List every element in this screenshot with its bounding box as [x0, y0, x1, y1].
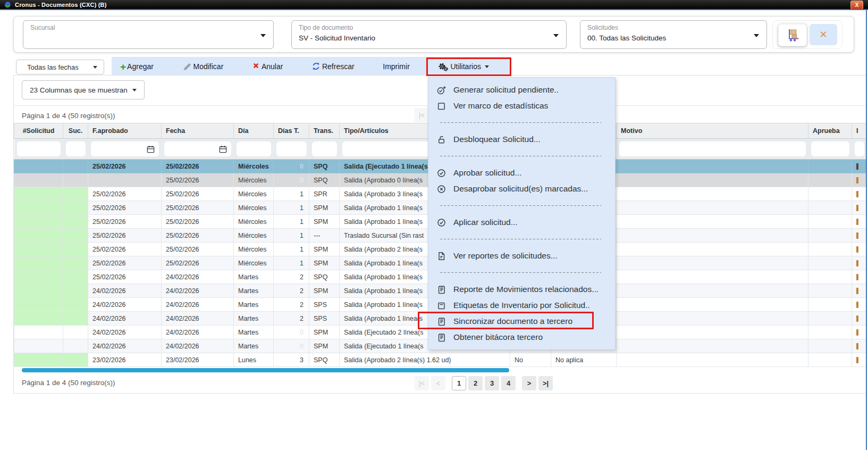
table-cell: 25/02/2026: [162, 201, 234, 215]
modificar-button[interactable]: Modificar: [182, 62, 224, 72]
table-cell: 1: [274, 215, 309, 229]
column-header[interactable]: Trans.: [309, 123, 340, 139]
page-button-[interactable]: >|: [538, 376, 553, 390]
columns-dropdown-button[interactable]: 23 Columnas que se muestran: [22, 80, 145, 99]
table-cell: 25/02/2026: [88, 187, 162, 201]
menu-divider: [428, 197, 615, 214]
menu-item[interactable]: Desaprobar solicitud(es) marcadas...: [428, 181, 615, 197]
x-mark-icon: [252, 62, 260, 72]
solicitudes-value: 00. Todas las Solicitudes: [587, 34, 666, 42]
column-header[interactable]: I: [852, 123, 866, 139]
toolbar-button-label: Refrescar: [322, 62, 355, 71]
menu-item[interactable]: Aplicar solicitud...: [428, 214, 615, 230]
table-cell: [852, 187, 866, 201]
table-cell: [808, 298, 852, 312]
menu-item[interactable]: Aprobar solicitud...: [428, 165, 615, 181]
column-filter-input[interactable]: [855, 141, 864, 156]
table-cell: [617, 201, 808, 215]
table-cell: [808, 173, 852, 187]
menu-item[interactable]: Reporte de Movimientos relacionados...: [428, 281, 615, 297]
column-header[interactable]: F.aprobado: [88, 123, 162, 139]
refresh-icon: [311, 62, 321, 72]
page-button-4[interactable]: 4: [501, 376, 516, 390]
chevron-down-icon: [93, 66, 97, 69]
refrescar-button[interactable]: Refrescar: [311, 62, 355, 72]
menu-item[interactable]: Ver reportes de solicitudes...: [428, 248, 615, 264]
page-button-3[interactable]: 3: [485, 376, 499, 390]
table-cell: Lunes: [234, 353, 274, 367]
hand-truck-button[interactable]: [778, 24, 807, 46]
clear-x-icon: ✕: [819, 29, 827, 40]
close-button[interactable]: X: [850, 1, 863, 10]
table-cell: [808, 353, 852, 367]
page-button-2[interactable]: 2: [468, 376, 483, 390]
table-cell: [14, 326, 63, 339]
column-header[interactable]: Suc.: [63, 123, 88, 139]
table-cell: 24/02/2026: [162, 298, 234, 312]
table-cell: [852, 326, 866, 339]
table-cell: 24/02/2026: [88, 284, 162, 298]
table-cell: [14, 187, 63, 201]
column-header[interactable]: Días T.: [274, 123, 309, 139]
table-cell: 25/02/2026: [88, 243, 162, 256]
table-cell: [63, 312, 88, 326]
date-filter-dropdown[interactable]: Todas las fechas: [16, 60, 104, 74]
column-header[interactable]: Motivo: [617, 123, 808, 139]
box-minus-icon: [436, 301, 446, 311]
page-button-1[interactable]: 1: [452, 376, 466, 390]
column-header[interactable]: Aprueba: [808, 123, 852, 139]
table-cell: SPM: [309, 243, 340, 256]
column-header[interactable]: #Solicitud: [14, 123, 63, 139]
page-button-[interactable]: <: [431, 376, 445, 390]
table-cell: [617, 229, 808, 243]
sucursal-dropdown[interactable]: Sucursal: [23, 20, 274, 49]
column-filter-input[interactable]: [66, 141, 86, 156]
column-filter-input[interactable]: [312, 141, 337, 156]
table-cell: 1: [274, 187, 309, 201]
table-cell: Martes: [234, 339, 274, 353]
tipo-documento-dropdown[interactable]: Tipo de documento SV - Solicitud Inventa…: [291, 20, 567, 49]
menu-item[interactable]: Obtener bitácora tercero: [428, 329, 615, 345]
table-cell: 1: [274, 229, 309, 243]
menu-item-label: Etiquetas de Inventario por Solicitud..: [453, 301, 590, 310]
column-filter-input[interactable]: [276, 141, 307, 156]
table-cell: [617, 160, 808, 173]
solicitudes-label: Solicitudes: [587, 24, 618, 31]
menu-divider: [428, 264, 615, 281]
table-cell: [617, 298, 808, 312]
column-filter-input[interactable]: [17, 141, 61, 156]
calendar-icon[interactable]: [218, 145, 227, 155]
column-header[interactable]: Día: [234, 123, 274, 139]
imprimir-button[interactable]: Imprimir: [383, 62, 410, 71]
filter-panel: Sucursal Tipo de documento SV - Solicitu…: [13, 16, 854, 53]
table-cell: 24/02/2026: [88, 339, 162, 353]
solicitudes-dropdown[interactable]: Solicitudes 00. Todas las Solicitudes: [580, 20, 767, 49]
agregar-button[interactable]: +Agregar: [120, 62, 154, 72]
menu-item[interactable]: Etiquetas de Inventario por Solicitud..: [428, 297, 615, 313]
column-filter-input[interactable]: [811, 141, 849, 156]
horizontal-scrollbar[interactable]: [22, 368, 509, 372]
action-button-group: ✕: [772, 20, 842, 49]
table-cell: [617, 256, 808, 270]
page-button-[interactable]: |<: [415, 376, 429, 390]
anular-button[interactable]: Anular: [252, 62, 283, 72]
menu-item[interactable]: Desbloquear Solicitud...: [428, 131, 615, 147]
table-cell: [617, 339, 808, 353]
toolbar-button-label: Anular: [262, 62, 283, 71]
calendar-icon[interactable]: [146, 145, 155, 155]
table-cell: 25/02/2026: [88, 229, 162, 243]
column-filter-input[interactable]: [619, 141, 806, 156]
column-header[interactable]: Fecha: [162, 123, 234, 139]
page-button-[interactable]: >: [522, 376, 536, 390]
column-filter-input[interactable]: [237, 141, 271, 156]
window-right-border: [866, 10, 867, 450]
table-cell: SPM: [309, 201, 340, 215]
menu-item[interactable]: Ver marco de estadísticas: [428, 98, 615, 114]
menu-item[interactable]: Generar solicitud pendiente..: [428, 82, 615, 98]
page-button-[interactable]: |<: [415, 108, 429, 122]
table-cell: [14, 215, 63, 229]
window-top-border: [0, 9, 868, 10]
table-cell: [852, 353, 866, 367]
clear-button[interactable]: ✕: [810, 24, 837, 45]
table-row[interactable]: 23/02/202623/02/2026Lunes3SPQSalida (Apr…: [14, 353, 866, 367]
